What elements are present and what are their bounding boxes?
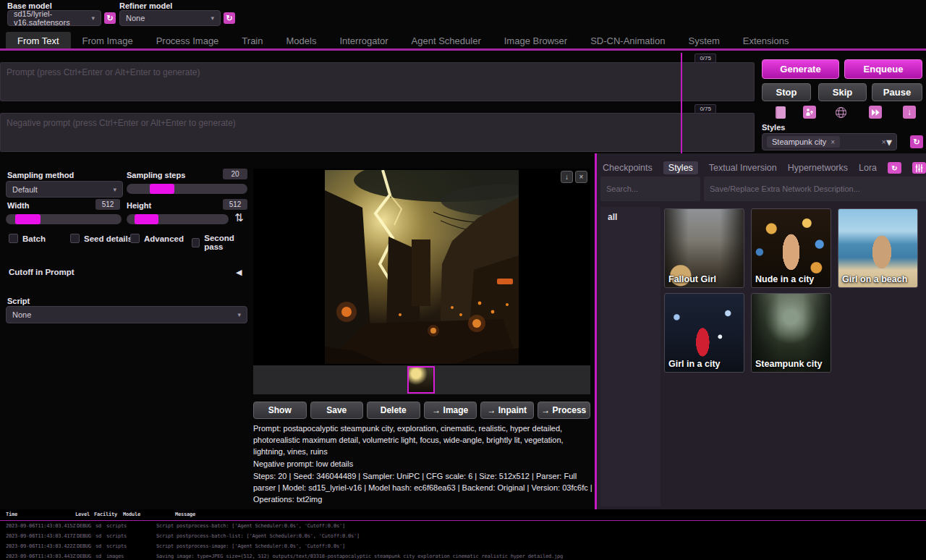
checkbox-box[interactable] [9, 234, 18, 243]
height-slider[interactable] [127, 214, 229, 224]
base-model-select[interactable]: sd15/lyriel-v16.safetensors ▾ [7, 10, 101, 26]
refresh-icon: ↻ [106, 14, 113, 23]
script-select[interactable]: None ▾ [6, 306, 247, 323]
log-header-facility: Facility [94, 512, 117, 517]
seed-details-checkbox[interactable]: Seed details [70, 234, 132, 243]
chevron-down-icon: ▾ [237, 311, 241, 318]
negative-prompt-input[interactable] [0, 113, 755, 152]
enqueue-button[interactable]: Enqueue [844, 59, 922, 79]
tab-image-browser[interactable]: Image Browser [493, 32, 579, 50]
slider-handle[interactable] [150, 184, 174, 194]
card-label: Girl in a city [668, 359, 721, 369]
tab-styles[interactable]: Styles [663, 161, 698, 174]
apply-style-button[interactable] [803, 106, 816, 119]
send-to-process-button[interactable]: → Process [538, 402, 591, 419]
log-level: DEBUG [77, 523, 91, 529]
style-card-grid: Fallout Girl Nude in a city Girl on a be… [664, 208, 925, 373]
advanced-checkbox[interactable]: Advanced [130, 234, 184, 243]
extra-networks-tabs: Checkpoints Styles Textual Inversion Hyp… [603, 161, 926, 174]
checkbox-box[interactable] [192, 238, 200, 247]
network-search-input[interactable] [600, 177, 700, 201]
refresh-refiner-model-button[interactable]: ↻ [224, 12, 235, 24]
negative-prompt-token-counter: 0/75 [694, 104, 716, 114]
style-card-girl-in-a-city[interactable]: Girl in a city [664, 293, 744, 373]
fast-forward-button[interactable] [869, 106, 882, 119]
sampling-steps-value[interactable]: 20 [223, 169, 247, 179]
network-settings-button[interactable] [912, 162, 926, 174]
log-facility: sd [95, 533, 101, 539]
tab-process-image[interactable]: Process Image [145, 32, 231, 50]
tab-models[interactable]: Models [274, 32, 328, 50]
tab-train[interactable]: Train [230, 32, 274, 50]
gallery-thumbnail-selected[interactable] [407, 366, 435, 394]
style-token-label: Steampunk city [772, 137, 826, 146]
chevron-down-icon: ▾ [211, 14, 214, 22]
skip-button[interactable]: Skip [818, 83, 867, 101]
sampling-method-label: Sampling method [7, 171, 74, 179]
accordion-collapse-icon[interactable]: ◀ [236, 268, 242, 277]
tab-from-text[interactable]: From Text [6, 32, 71, 50]
networks-button[interactable] [834, 106, 847, 119]
generate-button[interactable]: Generate [762, 59, 839, 79]
info-prompt-line: Prompt: postapocalyptic steampunk city, … [253, 423, 593, 458]
refiner-model-value: None [126, 14, 145, 22]
slider-handle[interactable] [135, 214, 158, 224]
sampling-method-select[interactable]: Default ▾ [6, 181, 123, 198]
tab-checkpoints[interactable]: Checkpoints [603, 163, 653, 173]
tab-agent-scheduler[interactable]: Agent Scheduler [400, 32, 493, 50]
network-description-input[interactable] [704, 177, 926, 201]
checkbox-box[interactable] [130, 234, 140, 243]
swap-dimensions-icon[interactable]: ⇅ [234, 211, 244, 224]
tab-extensions[interactable]: Extensions [731, 32, 801, 50]
download-image-button[interactable]: ↓ [561, 171, 573, 183]
sampling-steps-slider[interactable] [127, 184, 247, 194]
download-generation-button[interactable]: ↓ [903, 106, 916, 119]
generation-params-panel: Sampling method Sampling steps 20 Defaul… [6, 169, 247, 329]
delete-button[interactable]: Delete [367, 402, 420, 419]
log-message: Script postprocess-batch: ['Agent Schedu… [156, 523, 345, 529]
cutoff-accordion[interactable]: Cutoff in Prompt [9, 268, 75, 276]
width-slider[interactable] [6, 214, 122, 224]
styles-select[interactable]: Steampunk city × × ▾ [762, 133, 897, 150]
style-card-girl-on-a-beach[interactable]: Girl on a beach [838, 208, 918, 288]
save-button[interactable]: Save [310, 402, 364, 419]
tab-from-image[interactable]: From Image [71, 32, 145, 50]
log-time: 2023-09-06T11:43:03.443Z [6, 553, 75, 559]
tab-sd-cn-animation[interactable]: SD-CN-Animation [579, 32, 676, 50]
height-value[interactable]: 512 [223, 199, 247, 210]
width-value[interactable]: 512 [95, 199, 120, 210]
second-pass-checkbox[interactable]: Second pass [192, 234, 247, 251]
refresh-icon: ↻ [891, 164, 897, 172]
log-header-module: Module [123, 512, 140, 517]
pause-button[interactable]: Pause [872, 83, 922, 101]
paste-button[interactable] [774, 106, 787, 119]
send-to-inpaint-button[interactable]: → Inpaint [480, 402, 534, 419]
close-image-button[interactable]: × [575, 171, 587, 183]
tab-interrogator[interactable]: Interrogator [328, 32, 399, 50]
style-card-fallout-girl[interactable]: Fallout Girl [664, 208, 744, 288]
slider-handle[interactable] [15, 214, 41, 224]
remove-style-icon[interactable]: × [831, 138, 835, 146]
refresh-styles-button[interactable]: ↻ [910, 135, 923, 148]
tab-system[interactable]: System [676, 32, 731, 50]
stop-button[interactable]: Stop [762, 83, 811, 101]
checkbox-box[interactable] [70, 234, 80, 243]
folder-all[interactable]: all [600, 207, 660, 227]
style-card-steampunk-city[interactable]: Steampunk city [751, 293, 831, 373]
refresh-base-model-button[interactable]: ↻ [104, 12, 116, 24]
log-time: 2023-09-06T11:43:03.422Z [6, 543, 75, 549]
tab-lora[interactable]: Lora [859, 163, 877, 173]
send-to-image-button[interactable]: → Image [424, 402, 477, 419]
pane-divider[interactable] [681, 53, 682, 153]
generated-image[interactable] [325, 170, 519, 364]
tab-textual-inversion[interactable]: Textual Inversion [709, 163, 777, 173]
prompt-input[interactable] [0, 62, 755, 101]
refiner-model-select[interactable]: None ▾ [119, 10, 221, 26]
batch-checkbox[interactable]: Batch [9, 234, 46, 243]
show-button[interactable]: Show [253, 402, 307, 419]
log-message: Script postprocess-image: ['Agent Schedu… [156, 543, 345, 549]
paste-icon [776, 106, 786, 119]
style-card-nude-in-a-city[interactable]: Nude in a city [751, 208, 831, 288]
refresh-networks-button[interactable]: ↻ [888, 162, 901, 174]
tab-hypernetworks[interactable]: Hypernetworks [788, 163, 848, 173]
